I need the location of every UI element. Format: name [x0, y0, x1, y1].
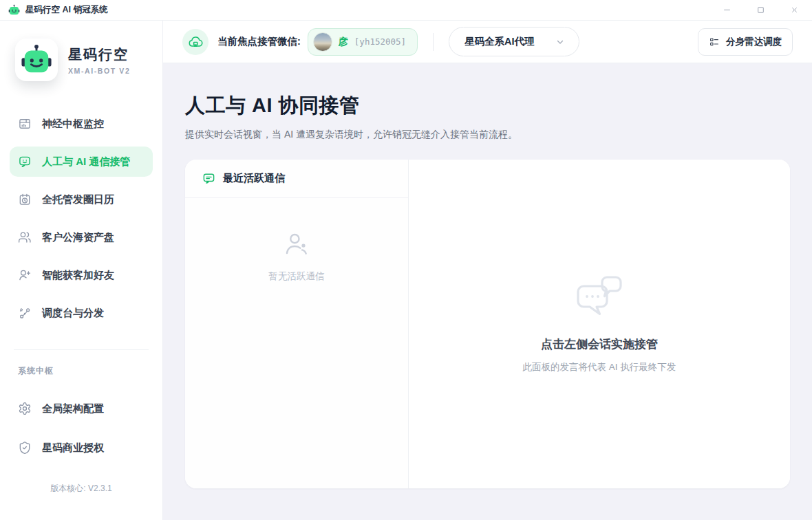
- sidebar-item-ai-comm-takeover[interactable]: 人工与 AI 通信接管: [10, 147, 153, 177]
- topbar: 当前焦点接管微信: 彦 [yh152005] 星码全系AI代理: [163, 21, 812, 63]
- account-id: [yh152005]: [354, 36, 406, 47]
- dispatch-route-icon: [18, 306, 32, 320]
- robot-logo-icon: [15, 39, 58, 81]
- sidebar-item-label: 全托管发圈日历: [42, 193, 114, 206]
- conversation-list-header: 最近活跃通信: [185, 160, 408, 198]
- takeover-panel: 最近活跃通信 暂无活跃通信: [185, 160, 790, 488]
- topbar-divider: [433, 33, 434, 51]
- app-title: 星码行空 AI 销冠系统: [25, 4, 107, 16]
- chat-bubble-lines-icon: [202, 172, 215, 185]
- conversation-empty-state: 暂无活跃通信: [185, 198, 408, 283]
- sidebar-item-label: 智能获客加好友: [42, 269, 114, 282]
- chevron-down-icon: [555, 37, 565, 47]
- avatar-radar-dispatch-button[interactable]: 分身雷达调度: [698, 28, 793, 56]
- user-inactive-icon: [282, 230, 311, 259]
- conversation-empty-label: 暂无活跃通信: [269, 270, 325, 283]
- brand-logo: 星码行空 XM-AI-BOT V2: [0, 21, 162, 98]
- sidebar: 星码行空 XM-AI-BOT V2 神经中枢监控: [0, 21, 163, 520]
- sidebar-item-label: 人工与 AI 通信接管: [42, 155, 130, 169]
- conversation-list-title: 最近活跃通信: [223, 172, 285, 185]
- sidebar-item-dispatch-console[interactable]: 调度台与分发: [10, 298, 153, 328]
- focused-account-pill[interactable]: 彦 [yh152005]: [308, 28, 418, 56]
- sidebar-item-moments-calendar[interactable]: 全托管发圈日历: [10, 184, 153, 215]
- shield-check-icon: [18, 441, 32, 455]
- page-title: 人工与 AI 协同接管: [185, 92, 790, 120]
- page-subtitle: 提供实时会话视窗，当 AI 遭遇复杂语境时，允许销冠无缝介入接管当前流程。: [185, 129, 790, 141]
- app-robot-icon: [8, 4, 20, 16]
- takeover-empty-subtitle: 此面板的发言将代表 AI 执行最终下发: [523, 361, 676, 373]
- calendar-clock-icon: [18, 193, 32, 206]
- sidebar-item-neural-monitor[interactable]: 神经中枢监控: [10, 109, 153, 139]
- chat-bubbles-icon: [572, 274, 627, 317]
- avatar: [313, 32, 332, 52]
- sidebar-item-customer-pool[interactable]: 客户公海资产盘: [10, 222, 153, 252]
- account-name: 彦: [339, 36, 348, 48]
- radar-button-label: 分身雷达调度: [726, 36, 782, 48]
- gear-icon: [18, 402, 32, 415]
- maximize-button[interactable]: [755, 5, 766, 16]
- takeover-empty-title: 点击左侧会话实施接管: [541, 336, 658, 352]
- users-icon: [18, 230, 32, 244]
- user-plus-icon: [18, 268, 32, 282]
- conversation-list-panel: 最近活跃通信 暂无活跃通信: [185, 160, 409, 488]
- sidebar-section-label: 系统中枢: [18, 365, 162, 377]
- chat-smiley-icon: [18, 155, 32, 169]
- brand-subtitle: XM-AI-BOT V2: [68, 67, 130, 75]
- takeover-detail-panel: 点击左侧会话实施接管 此面板的发言将代表 AI 执行最终下发: [409, 160, 790, 488]
- dashboard-monitor-icon: [18, 117, 32, 131]
- sidebar-item-smart-add-friends[interactable]: 智能获客加好友: [10, 260, 153, 290]
- agent-dropdown-value: 星码全系AI代理: [464, 35, 535, 48]
- version-label: 版本核心: V2.3.1: [0, 483, 162, 495]
- sidebar-divider: [14, 349, 149, 350]
- sidebar-item-label: 星码商业授权: [42, 442, 104, 455]
- cloud-monitor-icon: [182, 29, 209, 55]
- layout-list-icon: [709, 36, 720, 47]
- close-button[interactable]: [789, 5, 800, 16]
- sidebar-item-commercial-license[interactable]: 星码商业授权: [10, 433, 153, 463]
- minimize-button[interactable]: [721, 5, 732, 16]
- sidebar-item-label: 调度台与分发: [42, 307, 104, 320]
- sidebar-item-label: 全局架构配置: [42, 402, 104, 415]
- brand-name: 星码行空: [68, 45, 130, 64]
- window-titlebar: 星码行空 AI 销冠系统: [0, 0, 812, 21]
- sidebar-item-label: 客户公海资产盘: [42, 231, 114, 244]
- sidebar-item-label: 神经中枢监控: [42, 118, 104, 131]
- sidebar-item-global-config[interactable]: 全局架构配置: [10, 393, 153, 424]
- focus-wechat-label: 当前焦点接管微信:: [217, 35, 301, 48]
- agent-select-dropdown[interactable]: 星码全系AI代理: [449, 27, 579, 56]
